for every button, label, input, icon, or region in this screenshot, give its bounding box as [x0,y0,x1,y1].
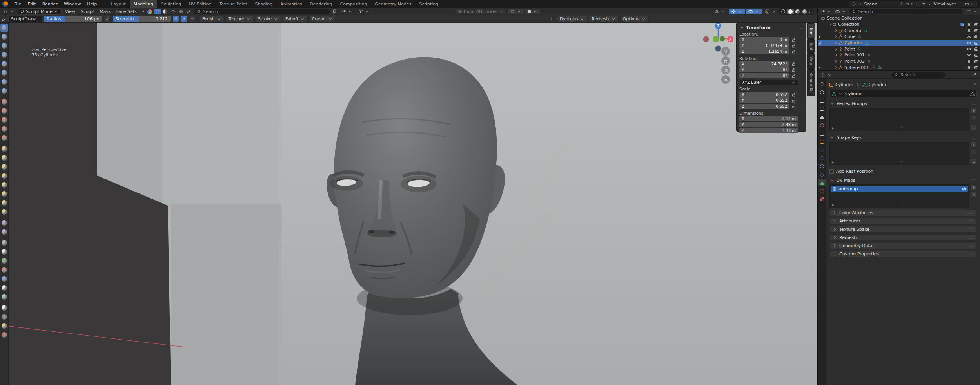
shape-keys-list[interactable]: ▶:::: [829,142,969,165]
disable-render-camera-icon[interactable] [974,65,978,70]
transform-rotation-x-field[interactable]: X24.782° [739,61,789,67]
outliner-row-sphere-001[interactable]: Sphere.001 [818,65,980,71]
app-menu-help[interactable]: Help [84,1,100,7]
transform-dimensions-x-field[interactable]: X2.12 m [739,116,798,122]
outliner-display-mode-button[interactable] [834,9,847,14]
transform-scale-x-field[interactable]: X0.552 [739,92,789,98]
rotation-mode-dropdown[interactable]: XYZ Euler [739,80,798,85]
outliner-row-point-002[interactable]: Point.002 [818,58,980,65]
collection-checkbox[interactable] [960,23,964,26]
overlays-toggle[interactable] [746,9,762,14]
tool-paint[interactable] [0,284,8,292]
shading-rendered-button[interactable] [801,9,808,14]
properties-tab-tool[interactable] [818,80,826,88]
vertex-groups-panel-header[interactable]: Vertex Groups:::: [829,100,977,107]
dyntopo-dropdown[interactable]: Dyntopo [557,16,588,22]
shape-keys-panel-header[interactable]: Shape Keys:::: [829,134,977,141]
shading-solid-button[interactable] [787,9,794,14]
breadcrumb-data[interactable]: Cylinder [869,82,887,87]
transform-location-y-field[interactable]: Y-0.32479 m [739,43,789,49]
properties-tab-scene[interactable] [818,113,826,121]
tool-smooth[interactable] [0,98,8,106]
tool-grab[interactable] [0,145,8,153]
properties-tab-data[interactable] [818,179,826,186]
hide-viewport-eye-icon[interactable] [967,34,971,39]
npanel-tab-view[interactable]: View [807,53,815,69]
tool-menu-falloff[interactable]: Falloff [283,16,307,22]
workspace-tab-uv-editing[interactable]: UV Editing [185,0,215,8]
properties-tab-physics[interactable] [818,163,826,170]
show-wire-toggle[interactable] [178,9,185,14]
properties-editor-type-button[interactable] [820,72,833,78]
workspace-tab-compositing[interactable]: Compositing [336,0,371,8]
transform-collapse-icon[interactable] [739,25,744,30]
perspective-toggle-button[interactable] [721,75,730,84]
tool-blob[interactable] [0,78,8,86]
viewport-menu-view[interactable]: View [62,9,78,14]
tool-rotate[interactable] [0,199,8,207]
pan-button[interactable] [721,56,730,65]
properties-tab-render[interactable] [818,89,826,96]
tool-flatten[interactable] [0,107,8,115]
app-menu-render[interactable]: Render [39,1,61,7]
tool-pinch[interactable] [0,134,8,142]
radius-pressure-toggle[interactable] [104,16,111,22]
filter-button[interactable] [356,9,372,14]
blender-logo-icon[interactable] [2,1,8,7]
gizmo-z-neg-axis[interactable] [715,46,721,52]
shading-material-button[interactable] [794,9,801,14]
app-menu-file[interactable]: File [11,1,24,7]
uv-map-add-button[interactable] [971,184,977,190]
npanel-tab-item[interactable]: Item [807,23,815,39]
outliner-row-collection[interactable]: Collection [818,22,980,28]
color-attributes-dropdown[interactable]: Color Attributes [455,9,507,15]
navigation-gizmo[interactable]: Z X [703,23,734,52]
tool-menu-cursor[interactable]: Cursor [309,16,336,22]
tool-draw[interactable] [0,24,8,32]
lock-open-icon[interactable] [791,67,796,72]
sculpted-head-mesh[interactable] [327,57,517,385]
view-layer-selector[interactable]: ViewLayer ✕ [918,1,977,7]
properties-pin-icon[interactable] [973,72,978,78]
3d-viewport[interactable]: Z X User Perspective (73) Cylinder [9,23,817,385]
viewport-menu-mask[interactable]: Mask [97,9,113,14]
subtract-direction-button[interactable] [189,16,196,22]
add-direction-button[interactable] [181,16,187,22]
workspace-tab-shading[interactable]: Shading [251,0,277,8]
new-scene-icon[interactable] [905,2,909,6]
tool-snake-hook[interactable] [0,163,8,171]
outliner-row-cube[interactable]: Cube [818,34,980,40]
disable-render-camera-icon[interactable] [974,34,978,39]
lock-open-icon[interactable] [791,37,796,42]
tool-multires-displacement-eraser[interactable] [0,266,8,274]
expand-icon[interactable] [833,65,838,70]
tool-cloth[interactable] [0,228,8,236]
properties-tab-constraints[interactable] [818,171,826,178]
tool-draw-sharp[interactable] [0,33,8,41]
expand-icon[interactable] [833,59,838,64]
disable-render-camera-icon[interactable] [974,53,978,58]
disable-render-camera-icon[interactable] [974,22,978,27]
viewport-search-input[interactable]: Search [193,9,330,14]
face-sets-visibility-toggle[interactable] [154,9,161,14]
shape-key-remove-button[interactable] [971,149,977,155]
outliner-editor-type-button[interactable] [820,9,833,14]
collapsed-panel-texture-space[interactable]: Texture Space:::: [829,226,977,233]
gizmo-y-neg-axis[interactable] [720,36,725,42]
pin-icon[interactable] [900,2,904,6]
properties-tab-output[interactable] [818,97,826,104]
lock-open-icon[interactable] [791,98,796,103]
transform-rotation-y-field[interactable]: Y0° [739,67,789,73]
unlink-scene-icon[interactable]: ✕ [911,2,914,7]
tool-menu-stroke[interactable]: Stroke [255,16,281,22]
brush-toggle[interactable] [185,9,192,14]
disable-render-camera-icon[interactable] [974,47,978,51]
properties-tab-modifiers[interactable] [818,146,826,154]
tool-box-trim[interactable] [0,331,8,339]
active-render-camera-icon[interactable] [962,187,966,191]
xray-toggle[interactable] [762,9,779,14]
transform-dimensions-z-field[interactable]: Z3.33 m [739,128,798,134]
tool-slide-relax[interactable] [0,208,8,216]
uv-map-remove-button[interactable] [971,192,977,197]
scene-selector[interactable]: Scene ✕ [849,1,917,7]
